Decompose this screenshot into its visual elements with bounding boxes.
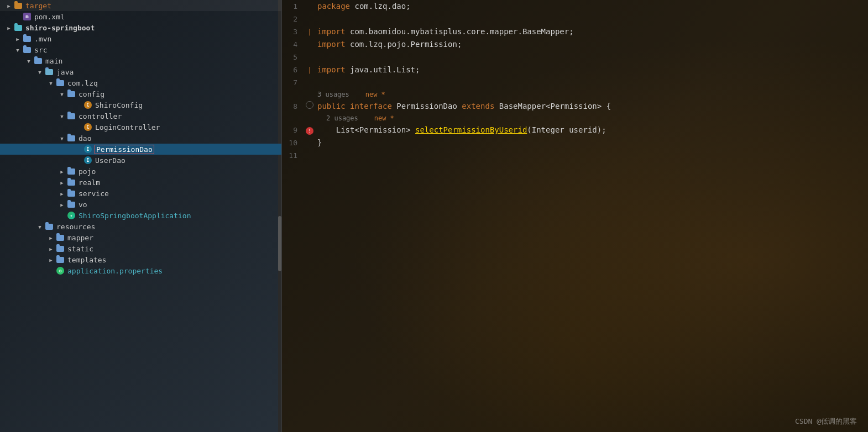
folder-icon-realm: [66, 178, 76, 187]
arrow-realm: [57, 180, 66, 186]
line-num-3: 3: [282, 26, 304, 38]
usages-text-8: 3 usages: [317, 91, 365, 98]
tree-item-pojo[interactable]: pojo: [0, 166, 281, 177]
tree-item-templates[interactable]: templates: [0, 254, 281, 265]
folder-icon-config: [66, 89, 76, 98]
line-num-1: 1: [282, 1, 304, 13]
tree-label-target: target: [25, 2, 51, 10]
tree-label-service: service: [79, 189, 109, 198]
code-line-3: 3 | import com.baomidou.mybatisplus.core…: [282, 25, 868, 38]
folder-icon-java: [44, 67, 54, 76]
tree-label-config: config: [79, 90, 104, 98]
tree-item-shiro-springboot[interactable]: shiro-springboot: [0, 22, 281, 33]
arrow-main: [24, 58, 33, 64]
tree-label-shiro-app: ShiroSpringbootApplication: [79, 212, 191, 220]
folder-icon-target: [13, 1, 23, 10]
arrow-templates: [46, 257, 55, 263]
tree-label-shiro-springboot: shiro-springboot: [25, 24, 95, 32]
tree-label-userdao: UserDao: [95, 156, 126, 165]
tree-label-java: java: [56, 68, 74, 76]
line-num-8: 8: [282, 101, 304, 113]
tree-item-dao[interactable]: dao: [0, 133, 281, 144]
code-line-2: 2: [282, 13, 868, 25]
tree-label-templates: templates: [67, 256, 106, 264]
folder-icon-mapper: [55, 233, 65, 242]
line-num-6: 6: [282, 64, 304, 76]
tree-item-pom[interactable]: m pom.xml: [0, 11, 281, 22]
line-num-4: 4: [282, 39, 304, 51]
props-icon: ⚙: [55, 266, 65, 275]
line-num-2: 2: [282, 13, 304, 25]
arrow-controller: [57, 113, 66, 119]
folder-icon-pojo: [66, 167, 76, 176]
pom-icon: m: [22, 12, 32, 21]
code-line-11: 11: [282, 149, 868, 162]
line-content-5: [315, 51, 868, 63]
line-content-4: import com.lzq.pojo.Permission;: [315, 38, 868, 50]
tree-item-comlzq[interactable]: com.lzq: [0, 77, 281, 88]
tree-item-shiroconfig[interactable]: C ShiroConfig: [0, 99, 281, 110]
java-icon-permissiondao: I: [83, 145, 93, 154]
tree-item-mvn[interactable]: .mvn: [0, 33, 281, 44]
file-tree-sidebar: target m pom.xml shiro-springboot: [0, 0, 282, 432]
line-num-5: 5: [282, 51, 304, 64]
usages-link-8[interactable]: new *: [365, 91, 385, 98]
code-line-7: 7: [282, 76, 868, 89]
line-content-6: import java.util.List;: [315, 64, 868, 76]
tree-label-main: main: [45, 57, 62, 65]
tree-item-application-properties[interactable]: ⚙ application.properties: [0, 265, 281, 276]
tree-label-resources: resources: [56, 223, 95, 231]
tree-label-shiroconfig: ShiroConfig: [95, 101, 143, 109]
error-icon-9: !: [306, 127, 313, 135]
folder-icon-src: [22, 45, 32, 54]
tree-item-static[interactable]: static: [0, 243, 281, 254]
arrow-src: [13, 47, 22, 53]
editor-code-area[interactable]: 1 package com.lzq.dao; 2 3 | import com.…: [282, 0, 868, 432]
tree-item-realm[interactable]: realm: [0, 177, 281, 188]
tree-item-java[interactable]: java: [0, 66, 281, 77]
code-line-6: 6 | import java.util.List;: [282, 64, 868, 76]
arrow-java: [35, 69, 44, 75]
tree-item-shiro-app[interactable]: ✦ ShiroSpringbootApplication: [0, 210, 281, 221]
usages-link-9[interactable]: new *: [374, 114, 394, 122]
folder-icon-templates: [55, 255, 65, 264]
tree-item-target[interactable]: target: [0, 0, 281, 11]
line-content-10: }: [315, 136, 868, 149]
tree-item-userdao[interactable]: I UserDao: [0, 155, 281, 166]
tree-item-service[interactable]: service: [0, 188, 281, 199]
tree-item-config[interactable]: config: [0, 88, 281, 99]
java-icon-userdao: I: [83, 156, 93, 165]
tree-item-controller[interactable]: controller: [0, 110, 281, 122]
tree-item-resources[interactable]: resources: [0, 221, 281, 232]
arrow-static: [46, 246, 55, 252]
tree-item-logincontroller[interactable]: C LoginController: [0, 122, 281, 133]
tree-label-vo: vo: [79, 201, 87, 209]
arrow-service: [57, 191, 66, 197]
tree-label-dao: dao: [79, 134, 91, 143]
line-num-9: 9: [282, 124, 304, 136]
java-icon-shiroconfig: C: [83, 101, 93, 109]
code-line-5: 5: [282, 51, 868, 64]
watermark: CSDN @低调的黑客: [795, 417, 857, 426]
folder-icon-mvn: [22, 34, 32, 43]
folder-icon-static: [55, 244, 65, 253]
java-icon-logincontroller: C: [83, 123, 93, 131]
usages-hint-9: 2 usages new *: [282, 113, 868, 124]
line-content-2: [315, 13, 868, 25]
tree-item-permissiondao[interactable]: I PermissionDao: [0, 144, 281, 155]
tree-item-mapper[interactable]: mapper: [0, 232, 281, 243]
tree-label-pom: pom.xml: [34, 13, 65, 21]
gutter-8: [304, 101, 315, 109]
tree-item-main[interactable]: main: [0, 55, 281, 66]
folder-icon-dao: [66, 134, 76, 143]
tree-label-permissiondao: PermissionDao: [95, 145, 154, 154]
tree-item-vo[interactable]: vo: [0, 199, 281, 210]
arrow-pojo: [57, 168, 66, 175]
arrow-shiro-springboot: [4, 25, 13, 31]
line-content-9: List<Permission> selectPermissionByUseri…: [315, 124, 868, 136]
code-line-1: 1 package com.lzq.dao;: [282, 0, 868, 13]
tree-item-src[interactable]: src: [0, 44, 281, 55]
tree-label-src: src: [34, 46, 47, 54]
tree-label-static: static: [67, 245, 93, 253]
code-line-9: 9 ! List<Permission> selectPermissionByU…: [282, 124, 868, 136]
